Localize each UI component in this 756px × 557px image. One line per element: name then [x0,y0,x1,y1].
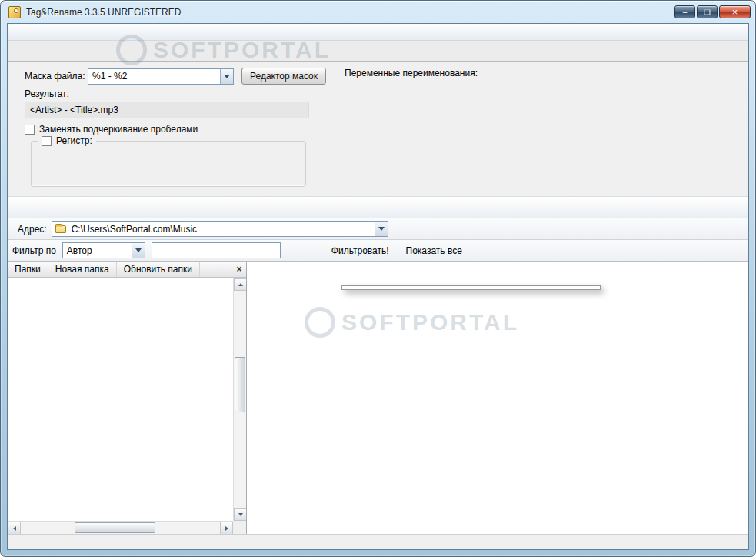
minimize-button[interactable] [674,5,695,18]
vertical-scroll-track[interactable] [234,291,246,508]
content-area: Папки Новая папка Обновить папки × [8,262,748,534]
address-folder-icon [55,225,66,233]
mask-label: Маска файла: [25,71,88,82]
folder-tree [8,278,233,521]
title-bar[interactable]: Tag&Rename 3.3.5 UNREGISTERED [1,1,755,23]
filter-bar: Фильтр по Автор Фильтровать! Показать вс… [8,240,748,262]
folders-tab[interactable]: Папки [8,262,48,277]
app-window: Tag&Rename 3.3.5 UNREGISTERED Маска файл… [0,0,756,557]
tree-vertical-scrollbar[interactable] [233,278,246,521]
status-bar [8,534,748,549]
address-combobox[interactable]: C:\Users\SoftPortal.com\Music [52,221,388,237]
show-all-label: Показать все [406,245,462,256]
result-value: <Artist> - <Title>.mp3 [25,102,309,118]
close-button[interactable] [719,5,751,18]
result-label: Результат: [25,88,69,99]
window-controls [674,5,751,18]
scroll-up-icon[interactable] [234,278,246,291]
variables-title: Переменные переименования: [345,68,741,78]
file-list-panel [247,262,748,534]
rename-panel-right: Переменные переименования: [345,68,741,192]
address-dropdown-arrow-icon[interactable] [375,222,388,236]
underscore-checkbox[interactable]: Заменять подчеркивание пробелами [25,124,326,135]
context-menu [341,285,601,290]
folders-panel: Папки Новая папка Обновить папки × [8,262,247,534]
register-options [39,151,298,180]
show-all-button[interactable]: Показать все [400,242,468,259]
filter-apply-label: Фильтровать! [331,245,389,256]
refresh-folders-button[interactable]: Обновить папки [117,262,200,277]
horizontal-scroll-thumb[interactable] [75,522,155,533]
window-title: Tag&Rename 3.3.5 UNREGISTERED [26,7,181,18]
register-groupbox: Регистр: [31,141,306,187]
register-group-label: Регистр: [56,135,92,146]
filter-apply-button[interactable]: Фильтровать! [325,242,395,259]
register-checkbox-icon[interactable] [42,136,52,146]
address-bar: Адрес: C:\Users\SoftPortal.com\Music [8,218,748,240]
filter-dropdown-arrow-icon[interactable] [132,243,145,258]
scroll-left-icon[interactable] [8,522,21,534]
tree-horizontal-scrollbar[interactable] [8,521,233,534]
mask-dropdown-arrow-icon[interactable] [220,69,233,84]
filter-field-combobox[interactable]: Автор [62,242,145,258]
filter-input[interactable] [152,242,281,258]
scroll-down-icon[interactable] [234,508,246,521]
mask-value: %1 - %2 [88,71,220,82]
filter-field-value: Автор [63,245,132,256]
scroll-right-icon[interactable] [220,522,233,534]
maximize-button[interactable] [697,5,718,18]
app-icon [8,6,21,18]
rename-panel: Маска файла: %1 - %2 Редактор масок Резу… [8,62,748,197]
mask-editor-label: Редактор масок [250,71,318,82]
close-folders-icon[interactable]: × [232,262,246,277]
folders-tree-area [8,278,246,534]
menu-bar [8,24,748,41]
underscore-checkbox-label: Заменять подчеркивание пробелами [39,124,198,135]
address-value: C:\Users\SoftPortal.com\Music [68,224,375,235]
file-list-rows [247,277,748,534]
vertical-scroll-thumb[interactable] [235,357,245,412]
file-list-header [247,262,748,277]
mask-combobox[interactable]: %1 - %2 [88,68,234,85]
rename-panel-left: Маска файла: %1 - %2 Редактор масок Резу… [25,68,326,192]
main-toolbar [8,197,748,218]
checkbox-icon[interactable] [25,125,35,135]
scrollbar-corner [233,521,246,534]
horizontal-scroll-track[interactable] [21,522,220,534]
address-label: Адрес: [18,224,47,235]
folders-header: Папки Новая папка Обновить папки × [8,262,246,278]
new-folder-button[interactable]: Новая папка [48,262,117,277]
mask-editor-button[interactable]: Редактор масок [241,68,326,85]
filter-label: Фильтр по [12,245,56,256]
tab-bar [8,41,748,62]
